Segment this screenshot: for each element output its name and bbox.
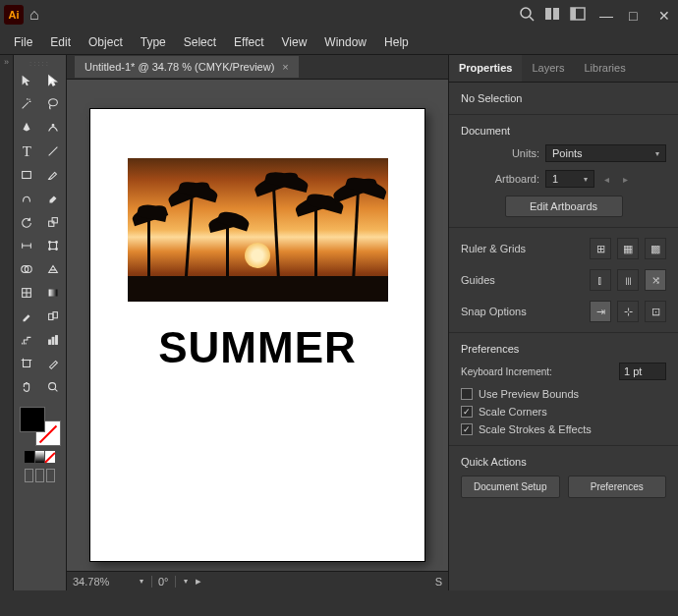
units-select[interactable]: Points▾ [545,144,666,162]
preview-bounds-checkbox[interactable]: Use Preview Bounds [461,388,666,400]
guides-label: Guides [461,274,584,286]
scale-strokes-checkbox[interactable]: ✓ Scale Strokes & Effects [461,423,666,435]
menu-window[interactable]: Window [316,31,374,53]
artboard-next-icon[interactable]: ▸ [619,174,632,185]
draw-inside-icon[interactable] [46,469,55,482]
tab-layers[interactable]: Layers [522,55,574,82]
symbol-sprayer-tool[interactable] [14,328,40,352]
artboard-prev-icon[interactable]: ◂ [600,174,613,185]
edit-artboards-button[interactable]: Edit Artboards [505,196,623,217]
menu-help[interactable]: Help [376,31,417,53]
hand-tool[interactable] [14,375,40,399]
menu-effect[interactable]: Effect [226,31,271,53]
workspace-icon[interactable] [570,7,586,24]
menu-bar: File Edit Object Type Select Effect View… [0,29,678,55]
rectangle-tool[interactable] [14,163,40,187]
grid-icon[interactable]: ▦ [617,238,639,259]
document-tab[interactable]: Untitled-1* @ 34.78 % (CMYK/Preview) × [75,56,299,78]
line-tool[interactable] [40,140,67,163]
tab-libraries[interactable]: Libraries [574,55,635,82]
color-mode-icon[interactable] [25,451,34,463]
pen-tool[interactable] [14,116,40,140]
menu-select[interactable]: Select [176,31,224,53]
gradient-mode-icon[interactable] [35,451,45,463]
blend-tool[interactable] [40,305,67,328]
paintbrush-tool[interactable] [40,163,67,187]
svg-line-8 [48,147,57,156]
search-icon[interactable] [519,6,535,25]
scale-corners-checkbox[interactable]: ✓ Scale Corners [461,406,666,418]
scale-tool[interactable] [40,210,67,234]
menu-view[interactable]: View [274,31,315,53]
guides-show-icon[interactable]: ⫿ [590,269,611,291]
zoom-tool[interactable] [40,375,67,399]
rotate-tool[interactable] [14,210,40,234]
home-icon[interactable]: ⌂ [29,6,39,24]
eyedropper-tool[interactable] [14,305,40,328]
perspective-tool[interactable] [40,257,67,281]
mesh-tool[interactable] [14,281,40,305]
artboard-select[interactable]: 1▾ [545,170,594,188]
tab-properties[interactable]: Properties [449,55,522,82]
section-quick-actions: Quick Actions [461,456,666,468]
curvature-tool[interactable] [40,116,67,140]
snap-pixel-icon[interactable]: ⊡ [645,301,666,322]
draw-normal-icon[interactable] [25,469,33,482]
eraser-tool[interactable] [40,187,67,210]
panel-handle[interactable]: ::::: [14,59,66,69]
artboard[interactable]: SUMMER [90,109,424,561]
draw-behind-icon[interactable] [35,469,44,482]
fill-stroke-swatch[interactable] [20,407,61,446]
menu-type[interactable]: Type [133,31,174,53]
zoom-level[interactable]: 34.78% [73,576,132,588]
maximize-button[interactable]: □ [629,8,645,22]
slice-tool[interactable] [40,352,67,375]
type-tool[interactable]: T [14,140,40,163]
free-transform-tool[interactable] [40,234,67,257]
lasso-tool[interactable] [40,92,67,116]
canvas[interactable]: SUMMER [67,80,448,571]
ruler-icon[interactable]: ⊞ [590,238,611,259]
menu-file[interactable]: File [6,31,40,53]
column-graph-tool[interactable] [40,328,67,352]
gradient-tool[interactable] [40,281,67,305]
snap-label: Snap Options [461,306,584,317]
close-button[interactable]: ✕ [658,8,674,22]
tools-panel: ::::: T [14,55,67,590]
fill-swatch[interactable] [20,407,45,432]
zoom-caret-icon[interactable]: ▾ [140,577,143,586]
magic-wand-tool[interactable] [14,92,40,116]
svg-point-16 [55,249,57,251]
document-setup-button[interactable]: Document Setup [461,476,560,498]
transparency-grid-icon[interactable]: ▩ [645,238,666,259]
expand-dock-icon[interactable]: » [0,55,13,69]
arrange-icon[interactable] [544,7,560,24]
text-summer[interactable]: SUMMER [120,323,395,372]
nav-arrow-icon[interactable]: ▸ [196,575,201,588]
snap-grid-icon[interactable]: ⊹ [617,301,639,322]
keyboard-increment-input[interactable] [619,363,666,380]
snap-point-icon[interactable]: ⇥ [590,301,611,322]
none-mode-icon[interactable] [45,451,55,463]
tab-close-icon[interactable]: × [282,61,288,73]
preferences-button[interactable]: Preferences [568,476,667,498]
shaper-tool[interactable] [14,187,40,210]
selection-tool[interactable] [14,69,40,92]
guides-lock-icon[interactable]: ⫼ [617,269,639,291]
smart-guides-icon[interactable]: ⤨ [645,269,666,291]
placed-image[interactable] [128,158,388,302]
rotate-view[interactable]: 0° [151,576,176,588]
checkbox-icon: ✓ [461,406,473,418]
svg-point-13 [48,242,50,244]
rotate-caret-icon[interactable]: ▾ [184,577,188,586]
shape-builder-tool[interactable] [14,257,40,281]
direct-selection-tool[interactable] [40,69,67,92]
width-tool[interactable] [14,234,40,257]
artboard-tool[interactable] [14,352,40,375]
menu-object[interactable]: Object [81,31,131,53]
caret-icon: ▾ [655,149,659,158]
keyboard-increment-label: Keyboard Increment: [461,366,613,377]
minimize-button[interactable]: — [599,8,615,22]
svg-point-7 [52,125,54,127]
menu-edit[interactable]: Edit [42,31,79,53]
